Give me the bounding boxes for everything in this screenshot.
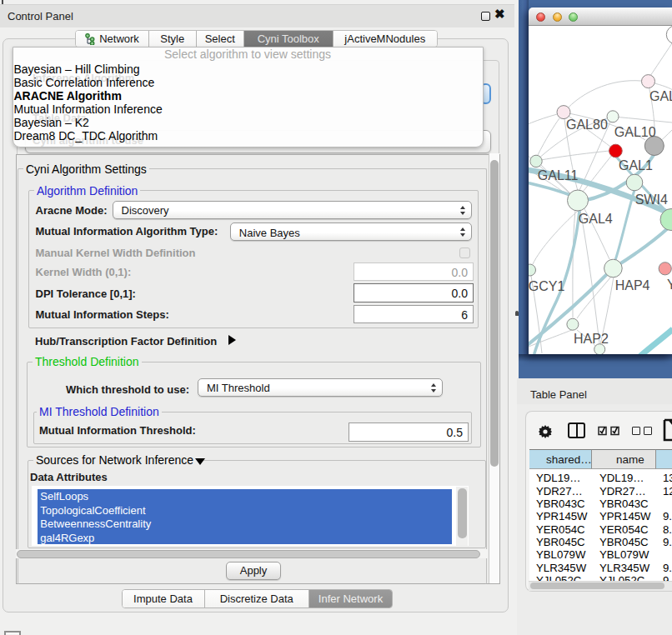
svg-text:HAP2: HAP2 xyxy=(574,332,609,346)
svg-text:GAL11: GAL11 xyxy=(538,168,579,182)
svg-text:SWI4: SWI4 xyxy=(635,192,668,207)
svg-text:YEL2: YEL2 xyxy=(667,278,672,292)
svg-text:GAL10: GAL10 xyxy=(614,125,656,139)
svg-text:GAL80: GAL80 xyxy=(566,118,608,132)
svg-text:GAL1: GAL1 xyxy=(619,158,653,172)
svg-text:GAL7: GAL7 xyxy=(649,89,672,103)
svg-text:GCY1: GCY1 xyxy=(529,279,564,293)
svg-text:HAP4: HAP4 xyxy=(615,278,650,292)
svg-text:GAL4: GAL4 xyxy=(579,212,613,226)
